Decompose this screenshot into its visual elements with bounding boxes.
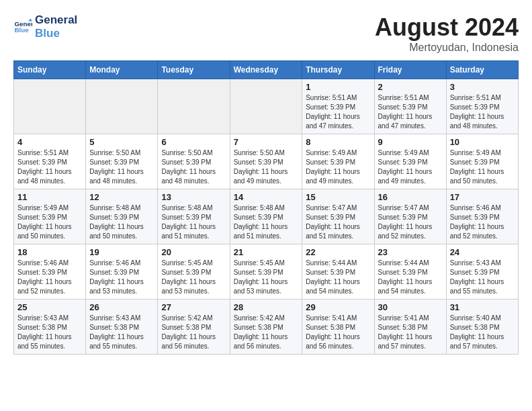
day-info: Sunrise: 5:51 AM Sunset: 5:39 PM Dayligh… [378,93,443,131]
calendar-cell [158,79,230,134]
calendar-cell: 2Sunrise: 5:51 AM Sunset: 5:39 PM Daylig… [374,79,446,134]
calendar-week-row: 4Sunrise: 5:51 AM Sunset: 5:39 PM Daylig… [14,134,519,189]
day-info: Sunrise: 5:42 AM Sunset: 5:38 PM Dayligh… [161,314,226,351]
calendar-cell: 28Sunrise: 5:42 AM Sunset: 5:38 PM Dayli… [230,300,302,355]
day-info: Sunrise: 5:47 AM Sunset: 5:39 PM Dayligh… [378,203,443,241]
day-number: 22 [306,247,370,257]
calendar-cell: 20Sunrise: 5:45 AM Sunset: 5:39 PM Dayli… [158,244,230,300]
calendar-cell: 11Sunrise: 5:49 AM Sunset: 5:39 PM Dayli… [14,189,86,244]
calendar-week-row: 1Sunrise: 5:51 AM Sunset: 5:39 PM Daylig… [14,79,519,134]
day-info: Sunrise: 5:44 AM Sunset: 5:39 PM Dayligh… [378,259,443,296]
day-number: 25 [17,302,82,312]
day-info: Sunrise: 5:48 AM Sunset: 5:39 PM Dayligh… [89,203,154,241]
weekday-header-tuesday: Tuesday [158,61,230,79]
calendar-cell: 8Sunrise: 5:49 AM Sunset: 5:39 PM Daylig… [302,134,374,189]
day-info: Sunrise: 5:46 AM Sunset: 5:39 PM Dayligh… [450,203,515,241]
title-block: August 2024 Mertoyudan, Indonesia [375,13,519,54]
weekday-header-sunday: Sunday [14,61,86,79]
weekday-header-row: SundayMondayTuesdayWednesdayThursdayFrid… [14,61,519,79]
day-info: Sunrise: 5:47 AM Sunset: 5:39 PM Dayligh… [306,203,370,241]
logo-text-line1: General [35,13,77,27]
day-info: Sunrise: 5:45 AM Sunset: 5:39 PM Dayligh… [234,259,299,296]
day-number: 13 [161,192,226,202]
weekday-header-saturday: Saturday [446,61,518,79]
day-number: 2 [378,82,443,92]
day-info: Sunrise: 5:49 AM Sunset: 5:39 PM Dayligh… [306,148,370,186]
calendar-cell: 1Sunrise: 5:51 AM Sunset: 5:39 PM Daylig… [302,79,374,134]
day-number: 14 [234,192,299,202]
day-number: 21 [234,247,299,257]
day-info: Sunrise: 5:49 AM Sunset: 5:39 PM Dayligh… [450,148,515,186]
calendar-cell: 7Sunrise: 5:50 AM Sunset: 5:39 PM Daylig… [230,134,302,189]
day-info: Sunrise: 5:46 AM Sunset: 5:39 PM Dayligh… [89,259,154,296]
weekday-header-monday: Monday [86,61,158,79]
day-number: 18 [17,247,82,257]
day-number: 26 [89,302,154,312]
day-number: 15 [306,192,370,202]
weekday-header-friday: Friday [374,61,446,79]
calendar-body: 1Sunrise: 5:51 AM Sunset: 5:39 PM Daylig… [14,79,519,355]
day-info: Sunrise: 5:41 AM Sunset: 5:38 PM Dayligh… [306,314,370,351]
calendar-cell: 10Sunrise: 5:49 AM Sunset: 5:39 PM Dayli… [446,134,518,189]
calendar-cell: 19Sunrise: 5:46 AM Sunset: 5:39 PM Dayli… [86,244,158,300]
calendar-cell: 6Sunrise: 5:50 AM Sunset: 5:39 PM Daylig… [158,134,230,189]
page-header: General Blue General Blue August 2024 Me… [13,13,519,54]
calendar-cell [14,79,86,134]
calendar-week-row: 11Sunrise: 5:49 AM Sunset: 5:39 PM Dayli… [14,189,519,244]
day-info: Sunrise: 5:43 AM Sunset: 5:38 PM Dayligh… [89,314,154,351]
weekday-header-wednesday: Wednesday [230,61,302,79]
day-number: 19 [89,247,154,257]
day-number: 7 [234,137,299,147]
day-number: 30 [378,302,443,312]
day-number: 29 [306,302,370,312]
day-info: Sunrise: 5:41 AM Sunset: 5:38 PM Dayligh… [378,314,443,351]
logo-text-line2: Blue [35,27,77,40]
day-info: Sunrise: 5:49 AM Sunset: 5:39 PM Dayligh… [378,148,443,186]
calendar-cell: 16Sunrise: 5:47 AM Sunset: 5:39 PM Dayli… [374,189,446,244]
calendar-cell: 14Sunrise: 5:48 AM Sunset: 5:39 PM Dayli… [230,189,302,244]
calendar-cell: 5Sunrise: 5:50 AM Sunset: 5:39 PM Daylig… [86,134,158,189]
day-info: Sunrise: 5:44 AM Sunset: 5:39 PM Dayligh… [306,259,370,296]
calendar-cell: 27Sunrise: 5:42 AM Sunset: 5:38 PM Dayli… [158,300,230,355]
calendar-cell: 18Sunrise: 5:46 AM Sunset: 5:39 PM Dayli… [14,244,86,300]
calendar-cell: 26Sunrise: 5:43 AM Sunset: 5:38 PM Dayli… [86,300,158,355]
day-info: Sunrise: 5:48 AM Sunset: 5:39 PM Dayligh… [161,203,226,241]
day-number: 16 [378,192,443,202]
weekday-header-thursday: Thursday [302,61,374,79]
calendar-cell: 21Sunrise: 5:45 AM Sunset: 5:39 PM Dayli… [230,244,302,300]
calendar-cell: 4Sunrise: 5:51 AM Sunset: 5:39 PM Daylig… [14,134,86,189]
calendar-cell [230,79,302,134]
day-number: 28 [234,302,299,312]
calendar-cell: 23Sunrise: 5:44 AM Sunset: 5:39 PM Dayli… [374,244,446,300]
calendar-table: SundayMondayTuesdayWednesdayThursdayFrid… [13,60,519,355]
day-info: Sunrise: 5:43 AM Sunset: 5:38 PM Dayligh… [17,314,82,351]
day-number: 9 [378,137,443,147]
day-info: Sunrise: 5:45 AM Sunset: 5:39 PM Dayligh… [161,259,226,296]
svg-text:Blue: Blue [14,27,29,34]
calendar-cell: 22Sunrise: 5:44 AM Sunset: 5:39 PM Dayli… [302,244,374,300]
day-info: Sunrise: 5:43 AM Sunset: 5:39 PM Dayligh… [450,259,515,296]
day-number: 27 [161,302,226,312]
calendar-cell: 12Sunrise: 5:48 AM Sunset: 5:39 PM Dayli… [86,189,158,244]
day-number: 11 [17,192,82,202]
day-info: Sunrise: 5:49 AM Sunset: 5:39 PM Dayligh… [17,203,82,241]
day-number: 17 [450,192,515,202]
day-info: Sunrise: 5:50 AM Sunset: 5:39 PM Dayligh… [89,148,154,186]
calendar-cell [86,79,158,134]
day-number: 3 [450,82,515,92]
day-number: 24 [450,247,515,257]
day-info: Sunrise: 5:50 AM Sunset: 5:39 PM Dayligh… [161,148,226,186]
calendar-subtitle: Mertoyudan, Indonesia [375,42,519,54]
day-info: Sunrise: 5:51 AM Sunset: 5:39 PM Dayligh… [17,148,82,186]
day-number: 4 [17,137,82,147]
calendar-title: August 2024 [375,13,519,42]
calendar-cell: 24Sunrise: 5:43 AM Sunset: 5:39 PM Dayli… [446,244,518,300]
calendar-cell: 31Sunrise: 5:40 AM Sunset: 5:38 PM Dayli… [446,300,518,355]
calendar-week-row: 18Sunrise: 5:46 AM Sunset: 5:39 PM Dayli… [14,244,519,300]
calendar-cell: 15Sunrise: 5:47 AM Sunset: 5:39 PM Dayli… [302,189,374,244]
calendar-cell: 9Sunrise: 5:49 AM Sunset: 5:39 PM Daylig… [374,134,446,189]
day-number: 10 [450,137,515,147]
day-info: Sunrise: 5:51 AM Sunset: 5:39 PM Dayligh… [450,93,515,131]
calendar-cell: 29Sunrise: 5:41 AM Sunset: 5:38 PM Dayli… [302,300,374,355]
day-info: Sunrise: 5:40 AM Sunset: 5:38 PM Dayligh… [450,314,515,351]
